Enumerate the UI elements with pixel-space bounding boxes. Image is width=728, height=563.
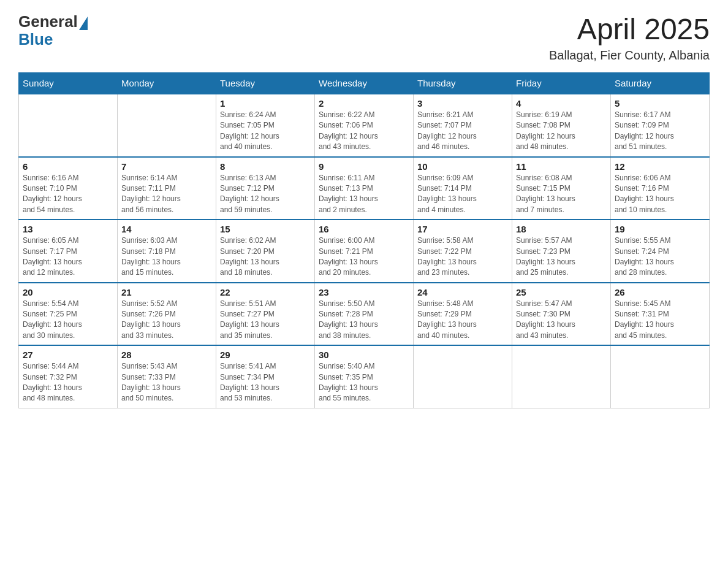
day-info: Sunrise: 6:11 AMSunset: 7:13 PMDaylight:… (319, 173, 409, 216)
calendar-cell: 4Sunrise: 6:19 AMSunset: 7:08 PMDaylight… (512, 94, 611, 157)
day-info: Sunrise: 6:14 AMSunset: 7:11 PMDaylight:… (121, 173, 212, 216)
calendar-cell: 18Sunrise: 5:57 AMSunset: 7:23 PMDayligh… (512, 220, 611, 283)
calendar-cell: 21Sunrise: 5:52 AMSunset: 7:26 PMDayligh… (118, 283, 216, 346)
day-info: Sunrise: 5:50 AMSunset: 7:28 PMDaylight:… (319, 299, 409, 342)
day-info: Sunrise: 5:47 AMSunset: 7:30 PMDaylight:… (516, 299, 607, 342)
day-number: 24 (417, 287, 508, 297)
day-info: Sunrise: 6:13 AMSunset: 7:12 PMDaylight:… (220, 173, 311, 216)
day-number: 25 (516, 287, 607, 297)
day-info: Sunrise: 6:17 AMSunset: 7:09 PMDaylight:… (615, 110, 705, 153)
calendar-cell: 16Sunrise: 6:00 AMSunset: 7:21 PMDayligh… (315, 220, 414, 283)
column-header-tuesday: Tuesday (216, 73, 315, 94)
day-info: Sunrise: 5:41 AMSunset: 7:34 PMDaylight:… (220, 361, 311, 404)
logo-blue-text: Blue (18, 30, 53, 49)
day-info: Sunrise: 5:58 AMSunset: 7:22 PMDaylight:… (417, 236, 508, 278)
calendar-cell: 2Sunrise: 6:22 AMSunset: 7:06 PMDaylight… (315, 94, 414, 157)
day-number: 29 (220, 350, 311, 360)
calendar-cell: 12Sunrise: 6:06 AMSunset: 7:16 PMDayligh… (611, 157, 710, 220)
calendar-cell: 24Sunrise: 5:48 AMSunset: 7:29 PMDayligh… (414, 283, 512, 346)
calendar-cell: 20Sunrise: 5:54 AMSunset: 7:25 PMDayligh… (19, 283, 118, 346)
calendar-header-row: SundayMondayTuesdayWednesdayThursdayFrid… (19, 73, 710, 94)
day-number: 20 (23, 287, 113, 297)
column-header-saturday: Saturday (611, 73, 710, 94)
day-number: 18 (516, 224, 607, 234)
day-info: Sunrise: 6:16 AMSunset: 7:10 PMDaylight:… (23, 173, 113, 216)
logo-general-text: General (18, 12, 78, 31)
day-number: 10 (417, 161, 508, 172)
calendar-cell (611, 345, 710, 408)
calendar-cell: 15Sunrise: 6:02 AMSunset: 7:20 PMDayligh… (216, 220, 315, 283)
calendar-cell: 6Sunrise: 6:16 AMSunset: 7:10 PMDaylight… (19, 157, 118, 220)
day-info: Sunrise: 5:45 AMSunset: 7:31 PMDaylight:… (615, 299, 705, 342)
day-number: 6 (23, 161, 113, 172)
calendar-cell (414, 345, 512, 408)
calendar-table: SundayMondayTuesdayWednesdayThursdayFrid… (18, 72, 710, 408)
calendar-cell: 23Sunrise: 5:50 AMSunset: 7:28 PMDayligh… (315, 283, 414, 346)
day-info: Sunrise: 5:40 AMSunset: 7:35 PMDaylight:… (319, 361, 409, 404)
calendar-cell: 28Sunrise: 5:43 AMSunset: 7:33 PMDayligh… (118, 345, 216, 408)
location-title: Ballagat, Fier County, Albania (549, 48, 710, 63)
day-info: Sunrise: 6:21 AMSunset: 7:07 PMDaylight:… (417, 110, 508, 153)
month-title: April 2025 (549, 12, 710, 46)
day-number: 13 (23, 224, 113, 234)
day-number: 19 (615, 224, 705, 234)
calendar-cell: 11Sunrise: 6:08 AMSunset: 7:15 PMDayligh… (512, 157, 611, 220)
calendar-cell: 14Sunrise: 6:03 AMSunset: 7:18 PMDayligh… (118, 220, 216, 283)
calendar-cell: 7Sunrise: 6:14 AMSunset: 7:11 PMDaylight… (118, 157, 216, 220)
day-info: Sunrise: 6:09 AMSunset: 7:14 PMDaylight:… (417, 173, 508, 216)
calendar-cell: 17Sunrise: 5:58 AMSunset: 7:22 PMDayligh… (414, 220, 512, 283)
column-header-friday: Friday (512, 73, 611, 94)
day-number: 11 (516, 161, 607, 172)
day-number: 5 (615, 98, 705, 109)
day-number: 17 (417, 224, 508, 234)
calendar-cell: 13Sunrise: 6:05 AMSunset: 7:17 PMDayligh… (19, 220, 118, 283)
day-number: 14 (121, 224, 212, 234)
title-section: April 2025 Ballagat, Fier County, Albani… (549, 12, 710, 63)
day-number: 28 (121, 350, 212, 360)
logo-triangle-icon (79, 17, 88, 30)
logo: General Blue (18, 12, 88, 49)
day-number: 4 (516, 98, 607, 109)
day-info: Sunrise: 6:00 AMSunset: 7:21 PMDaylight:… (319, 236, 409, 278)
calendar-cell: 26Sunrise: 5:45 AMSunset: 7:31 PMDayligh… (611, 283, 710, 346)
calendar-cell: 1Sunrise: 6:24 AMSunset: 7:05 PMDaylight… (216, 94, 315, 157)
calendar-cell (118, 94, 216, 157)
day-info: Sunrise: 6:03 AMSunset: 7:18 PMDaylight:… (121, 236, 212, 278)
column-header-wednesday: Wednesday (315, 73, 414, 94)
calendar-cell (512, 345, 611, 408)
day-info: Sunrise: 5:52 AMSunset: 7:26 PMDaylight:… (121, 299, 212, 342)
column-header-thursday: Thursday (414, 73, 512, 94)
day-number: 15 (220, 224, 311, 234)
day-info: Sunrise: 5:55 AMSunset: 7:24 PMDaylight:… (615, 236, 705, 278)
day-number: 12 (615, 161, 705, 172)
day-info: Sunrise: 6:22 AMSunset: 7:06 PMDaylight:… (319, 110, 409, 153)
day-info: Sunrise: 5:48 AMSunset: 7:29 PMDaylight:… (417, 299, 508, 342)
calendar-week-row: 13Sunrise: 6:05 AMSunset: 7:17 PMDayligh… (19, 220, 710, 283)
day-info: Sunrise: 6:24 AMSunset: 7:05 PMDaylight:… (220, 110, 311, 153)
calendar-week-row: 20Sunrise: 5:54 AMSunset: 7:25 PMDayligh… (19, 283, 710, 346)
page-header: General Blue April 2025 Ballagat, Fier C… (18, 12, 710, 63)
day-info: Sunrise: 6:19 AMSunset: 7:08 PMDaylight:… (516, 110, 607, 153)
calendar-cell: 29Sunrise: 5:41 AMSunset: 7:34 PMDayligh… (216, 345, 315, 408)
day-info: Sunrise: 6:05 AMSunset: 7:17 PMDaylight:… (23, 236, 113, 278)
calendar-cell (19, 94, 118, 157)
calendar-cell: 9Sunrise: 6:11 AMSunset: 7:13 PMDaylight… (315, 157, 414, 220)
day-info: Sunrise: 5:43 AMSunset: 7:33 PMDaylight:… (121, 361, 212, 404)
day-info: Sunrise: 5:44 AMSunset: 7:32 PMDaylight:… (23, 361, 113, 404)
day-info: Sunrise: 5:51 AMSunset: 7:27 PMDaylight:… (220, 299, 311, 342)
calendar-week-row: 27Sunrise: 5:44 AMSunset: 7:32 PMDayligh… (19, 345, 710, 408)
calendar-cell: 3Sunrise: 6:21 AMSunset: 7:07 PMDaylight… (414, 94, 512, 157)
day-number: 23 (319, 287, 409, 297)
day-info: Sunrise: 6:08 AMSunset: 7:15 PMDaylight:… (516, 173, 607, 216)
day-number: 2 (319, 98, 409, 109)
day-number: 9 (319, 161, 409, 172)
column-header-sunday: Sunday (19, 73, 118, 94)
day-number: 1 (220, 98, 311, 109)
day-number: 27 (23, 350, 113, 360)
day-info: Sunrise: 6:06 AMSunset: 7:16 PMDaylight:… (615, 173, 705, 216)
calendar-week-row: 6Sunrise: 6:16 AMSunset: 7:10 PMDaylight… (19, 157, 710, 220)
day-info: Sunrise: 5:54 AMSunset: 7:25 PMDaylight:… (23, 299, 113, 342)
day-number: 7 (121, 161, 212, 172)
day-info: Sunrise: 5:57 AMSunset: 7:23 PMDaylight:… (516, 236, 607, 278)
calendar-week-row: 1Sunrise: 6:24 AMSunset: 7:05 PMDaylight… (19, 94, 710, 157)
